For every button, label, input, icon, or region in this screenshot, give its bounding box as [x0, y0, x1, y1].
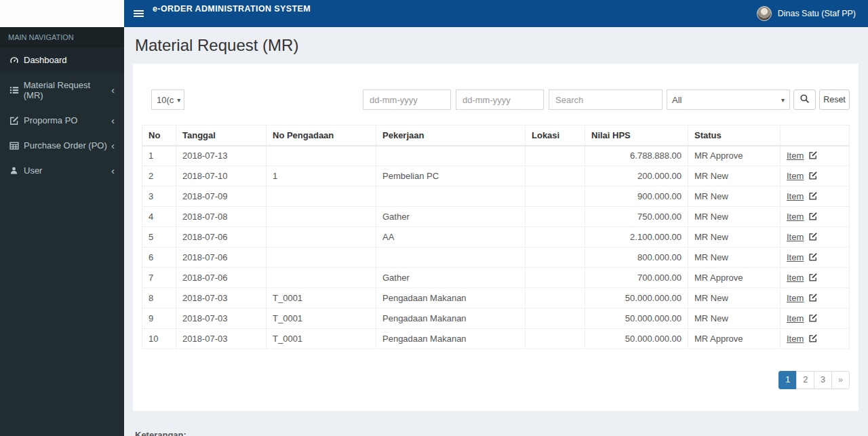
- pencil-square-icon[interactable]: [808, 232, 818, 241]
- dashboard-icon: [9, 56, 24, 65]
- cell-no: 5: [142, 227, 176, 247]
- sidebar-item-label: Purchase Order (PO): [24, 140, 107, 151]
- column-header-no: No: [142, 125, 176, 146]
- pagination-page-3[interactable]: 3: [814, 371, 832, 389]
- pencil-square-icon[interactable]: [808, 293, 818, 302]
- item-link[interactable]: Item: [787, 273, 804, 283]
- cell-no_pengadaan: [267, 146, 376, 166]
- table-row: 22018-07-101Pembelian PC200.000.00MR New…: [142, 166, 850, 186]
- table-body: 12018-07-136.788.888.00MR ApproveItem220…: [142, 146, 850, 349]
- page-size-value: 10(c: [157, 95, 174, 105]
- table-header-row: NoTanggalNo PengadaanPekerjaanLokasiNila…: [142, 125, 850, 146]
- list-panel: 10(c ▾ All ▾ Reset NoTanggalNo P: [133, 64, 859, 411]
- pencil-square-icon[interactable]: [808, 334, 818, 343]
- cell-tanggal: 2018-07-09: [176, 186, 267, 207]
- reset-button[interactable]: Reset: [819, 90, 850, 110]
- table-row: 102018-07-03T_0001Pengadaan Makanan50.00…: [142, 329, 850, 349]
- search-input[interactable]: [549, 90, 663, 110]
- cell-tanggal: 2018-07-13: [176, 146, 267, 166]
- cell-no: 3: [142, 186, 176, 207]
- sidebar-section-label: MAIN NAVIGATION: [0, 27, 124, 47]
- cell-tanggal: 2018-07-03: [176, 329, 267, 349]
- cell-pekerjaan: Pengadaan Makanan: [376, 329, 526, 349]
- cell-nilai_hps: 800.000.00: [585, 247, 688, 268]
- pencil-square-icon[interactable]: [808, 151, 818, 160]
- item-link[interactable]: Item: [787, 232, 804, 242]
- cell-lokasi: [526, 288, 585, 309]
- item-link[interactable]: Item: [787, 252, 804, 262]
- pagination-page-1[interactable]: 1: [778, 371, 797, 389]
- cell-lokasi: [526, 227, 585, 247]
- sidebar-toggle-button[interactable]: [124, 0, 153, 27]
- pencil-square-icon[interactable]: [808, 313, 818, 323]
- item-link[interactable]: Item: [787, 293, 804, 303]
- table-row: 62018-07-06800.000.00MR NewItem: [142, 247, 850, 268]
- search-button[interactable]: [793, 90, 816, 110]
- cell-status: MR New: [688, 247, 781, 268]
- cell-actions: Item: [781, 146, 850, 166]
- table-row: 52018-07-06AA2.100.000.00MR NewItem: [142, 227, 850, 247]
- mr-table: NoTanggalNo PengadaanPekerjaanLokasiNila…: [142, 125, 850, 349]
- item-link[interactable]: Item: [787, 171, 804, 181]
- cell-no: 2: [142, 166, 176, 186]
- cell-no_pengadaan: T_0001: [267, 309, 376, 329]
- page-title: Material Request (MR): [124, 27, 868, 55]
- pagination-page-next[interactable]: »: [831, 371, 850, 389]
- cell-lokasi: [526, 146, 585, 166]
- user-menu[interactable]: Dinas Satu (Staf PP): [757, 0, 868, 27]
- item-link[interactable]: Item: [787, 191, 804, 201]
- sidebar-item-label: Dashboard: [24, 55, 67, 65]
- item-link[interactable]: Item: [787, 334, 804, 344]
- mr-table-wrap: NoTanggalNo PengadaanPekerjaanLokasiNila…: [142, 125, 850, 349]
- user-avatar: [757, 6, 772, 21]
- sidebar-item-purchase-order-po[interactable]: Purchase Order (PO)‹: [0, 133, 124, 158]
- cell-tanggal: 2018-07-06: [176, 268, 267, 288]
- cell-nilai_hps: 200.000.00: [585, 166, 688, 186]
- pencil-square-icon[interactable]: [808, 212, 818, 221]
- sidebar-item-proporma-po[interactable]: Proporma PO‹: [0, 108, 124, 133]
- cell-actions: Item: [781, 227, 850, 247]
- cell-tanggal: 2018-07-03: [176, 288, 267, 309]
- item-link[interactable]: Item: [787, 151, 804, 161]
- chevron-left-icon: ‹: [111, 167, 115, 174]
- pagination-page-2[interactable]: 2: [796, 371, 814, 389]
- cell-status: MR Approve: [688, 146, 781, 166]
- cell-lokasi: [526, 207, 585, 227]
- cell-no_pengadaan: T_0001: [267, 288, 376, 309]
- cell-no: 1: [142, 146, 176, 166]
- pencil-square-icon[interactable]: [808, 252, 818, 262]
- cell-lokasi: [526, 329, 585, 349]
- cell-actions: Item: [781, 288, 850, 309]
- sidebar-item-label: Proporma PO: [24, 115, 77, 125]
- app-title: e-ORDER ADMINISTRATION SYSTEM: [153, 0, 311, 27]
- table-row: 32018-07-09900.000.00MR NewItem: [142, 186, 850, 207]
- cell-tanggal: 2018-07-06: [176, 227, 267, 247]
- cell-no_pengadaan: 1: [267, 166, 376, 186]
- pencil-square-icon[interactable]: [808, 273, 818, 282]
- cell-status: MR New: [688, 309, 781, 329]
- sidebar-item-material-request-mr[interactable]: Material Request (MR)‹: [0, 73, 124, 108]
- item-link[interactable]: Item: [787, 212, 804, 222]
- caret-down-icon: ▾: [174, 96, 180, 104]
- sidebar: MAIN NAVIGATION DashboardMaterial Reques…: [0, 27, 124, 436]
- cell-status: MR New: [688, 207, 781, 227]
- page-size-select[interactable]: 10(c ▾: [151, 90, 184, 110]
- sidebar-item-user[interactable]: User‹: [0, 158, 124, 183]
- status-filter-select[interactable]: All ▾: [667, 90, 790, 110]
- pencil-square-icon[interactable]: [808, 171, 818, 180]
- pencil-square-icon[interactable]: [808, 191, 818, 201]
- cell-actions: Item: [781, 329, 850, 349]
- table-icon: [9, 141, 24, 151]
- cell-pekerjaan: Gather: [376, 207, 526, 227]
- chevron-left-icon: ‹: [111, 142, 115, 149]
- item-link[interactable]: Item: [787, 313, 804, 323]
- date-from-input[interactable]: [363, 90, 451, 110]
- cell-pekerjaan: Pembelian PC: [376, 166, 526, 186]
- table-row: 42018-07-08Gather750.000.00MR NewItem: [142, 207, 850, 227]
- cell-nilai_hps: 750.000.00: [585, 207, 688, 227]
- cell-no: 9: [142, 309, 176, 329]
- column-header-nilai-hps: Nilai HPS: [585, 125, 688, 146]
- date-to-input[interactable]: [456, 90, 544, 110]
- table-row: 72018-07-06Gather700.000.00MR ApproveIte…: [142, 268, 850, 288]
- sidebar-item-dashboard[interactable]: Dashboard: [0, 47, 124, 73]
